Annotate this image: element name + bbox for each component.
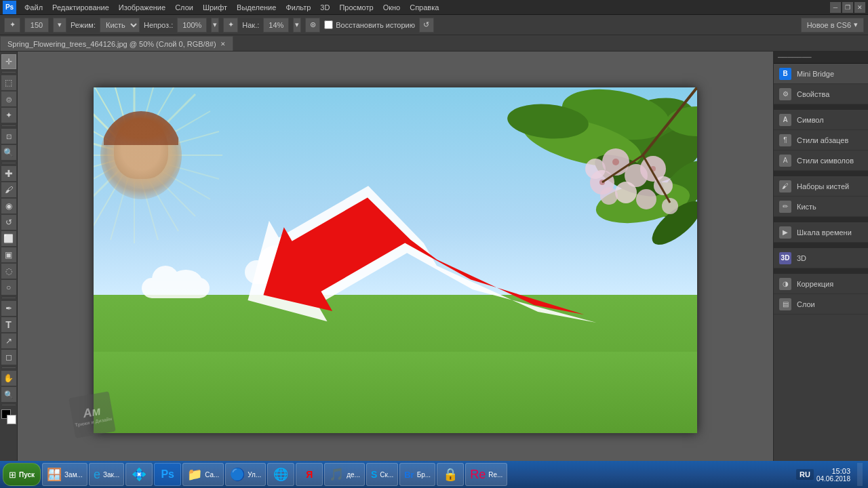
tablet-pressure-btn[interactable]: ⊛: [305, 18, 320, 33]
panel-item-brush-presets[interactable]: 🖌 Наборы кистей: [774, 176, 868, 197]
panel-item-character[interactable]: A Символ: [774, 110, 868, 130]
taskbar-bridge[interactable]: Br Бр...: [399, 463, 435, 486]
close-button[interactable]: ✕: [854, 2, 865, 13]
keyboard-layout[interactable]: RU: [796, 469, 814, 480]
tool-zoom[interactable]: 🔍: [1, 387, 16, 402]
taskbar-ie[interactable]: e Зак...: [89, 463, 124, 486]
taskbar-item-11[interactable]: 🔒: [437, 463, 464, 486]
taskbar-yandex[interactable]: Я: [296, 463, 323, 486]
tool-shape[interactable]: ◻: [1, 350, 16, 365]
airbrush-btn[interactable]: ✦: [223, 18, 238, 33]
tool-gradient[interactable]: ▣: [1, 247, 16, 262]
panel-item-para-styles[interactable]: ¶ Стили абзацев: [774, 130, 868, 150]
hair-top: [104, 111, 178, 145]
taskbar-item-3[interactable]: 💠: [125, 463, 153, 486]
brush-size-input[interactable]: [24, 18, 49, 33]
brush-size-btn[interactable]: ▾: [53, 18, 66, 33]
flow-input[interactable]: [263, 18, 289, 33]
panel-item-timeline[interactable]: ▶ Шкала времени: [774, 222, 868, 243]
tool-path-select[interactable]: ↗: [1, 333, 16, 348]
tool-lasso[interactable]: ⌾: [1, 92, 16, 106]
taskbar-media[interactable]: 🎵 де...: [324, 463, 365, 486]
panel-item-3d[interactable]: 3D 3D: [774, 248, 868, 268]
taskbar-skype[interactable]: S Ск...: [366, 463, 398, 486]
svg-point-43: [662, 198, 678, 214]
opacity-label: Непроз.:: [144, 21, 173, 29]
flow-btn[interactable]: ▾: [293, 18, 301, 33]
left-toolbar: ✛ ⬚ ⌾ ✦ ⊡ 🔍 ✚ 🖌 ◉ ↺ ⬜ ▣ ◌ ○ ✒ T ↗ ◻ ✋ 🔍: [0, 52, 18, 469]
brush-label: Кисть: [797, 203, 816, 211]
tool-options-icon[interactable]: ✦: [4, 18, 20, 33]
taskbar-item-5[interactable]: 🔵 Ул...: [225, 463, 266, 486]
menu-3d[interactable]: 3D: [316, 2, 334, 13]
menu-window[interactable]: Окно: [379, 2, 405, 13]
menu-view[interactable]: Просмотр: [335, 2, 377, 13]
tool-pen[interactable]: ✒: [1, 301, 16, 316]
taskbar-explorer[interactable]: 📁 Ca...: [182, 463, 224, 486]
panel-item-properties[interactable]: ⚙ Свойства: [774, 84, 868, 104]
taskbar-reader[interactable]: Re Re...: [465, 463, 507, 486]
taskbar-ps[interactable]: Ps: [154, 463, 181, 486]
fg-bg-colors[interactable]: [1, 409, 16, 424]
tool-move[interactable]: ✛: [1, 54, 16, 69]
svg-point-42: [636, 189, 656, 209]
char-styles-icon: A: [779, 155, 791, 167]
tool-eyedropper[interactable]: 🔍: [1, 145, 16, 160]
canvas-area: Ам Трюки и Дизайн: [18, 52, 773, 469]
tool-eraser[interactable]: ⬜: [1, 231, 16, 246]
cloud-body-1: [142, 278, 210, 298]
history-brush-btn[interactable]: ↺: [419, 18, 434, 33]
menu-type[interactable]: Шрифт: [199, 2, 231, 13]
tool-blur[interactable]: ◌: [1, 264, 16, 279]
mode-select[interactable]: Кисть: [100, 18, 140, 33]
panel-item-char-styles[interactable]: A Стили символов: [774, 150, 868, 171]
adjustments-icon: ◑: [779, 278, 791, 290]
menu-filter[interactable]: Фильтр: [281, 2, 315, 13]
new-cs6-box[interactable]: Новое в CS6 ▾: [801, 18, 864, 33]
restore-history-checkbox[interactable]: [324, 20, 333, 29]
layers-label: Слои: [797, 300, 815, 308]
menu-file[interactable]: Файл: [20, 2, 47, 13]
background-color[interactable]: [7, 415, 16, 424]
tool-history-brush[interactable]: ↺: [1, 215, 16, 230]
menu-layers[interactable]: Слои: [171, 2, 197, 13]
options-bar: ✦ ▾ Режим: Кисть Непроз.: ▾ ✦ Нак.: ▾ ⊛ …: [0, 15, 868, 35]
show-desktop-btn[interactable]: [857, 463, 863, 486]
opacity-input[interactable]: [177, 18, 207, 33]
3d-icon: 3D: [779, 252, 791, 264]
panel-sep-5: [774, 268, 868, 274]
taskbar-file-manager[interactable]: 🪟 Зам...: [42, 463, 87, 486]
minimize-button[interactable]: ─: [830, 2, 841, 13]
panel-item-brush[interactable]: ✏ Кисть: [774, 197, 868, 217]
canvas-container: [94, 87, 697, 433]
panel-item-mini-bridge[interactable]: B Mini Bridge: [774, 64, 868, 84]
menu-select[interactable]: Выделение: [233, 2, 280, 13]
tool-magic-wand[interactable]: ✦: [1, 108, 16, 123]
adjustments-label: Коррекция: [797, 280, 833, 288]
watermark-box: Ам Трюки и Дизайн: [68, 391, 116, 439]
panel-item-layers[interactable]: ▤ Слои: [774, 294, 868, 314]
menu-image[interactable]: Изображение: [115, 2, 170, 13]
start-button[interactable]: ⊞ Пуск: [3, 463, 41, 486]
tool-dodge[interactable]: ○: [1, 280, 16, 295]
menu-help[interactable]: Справка: [406, 2, 443, 13]
document-tab[interactable]: Spring_Flowering_trees_464126.jpg @ 50% …: [0, 36, 233, 51]
restore-history-label: Восстановить историю: [324, 20, 415, 29]
close-document-icon[interactable]: ✕: [220, 41, 226, 47]
svg-point-45: [612, 159, 619, 165]
opacity-btn[interactable]: ▾: [211, 18, 219, 33]
tool-hand[interactable]: ✋: [1, 371, 16, 386]
para-styles-label: Стили абзацев: [797, 136, 848, 144]
tool-clone[interactable]: ◉: [1, 199, 16, 214]
tool-selection-rect[interactable]: ⬚: [1, 75, 16, 90]
clock-date: 04.06.2018: [816, 475, 850, 483]
taskbar-chrome[interactable]: 🌐: [267, 463, 294, 486]
panel-item-adjustments[interactable]: ◑ Коррекция: [774, 274, 868, 294]
restore-button[interactable]: ❐: [842, 2, 853, 13]
tool-text[interactable]: T: [1, 317, 16, 332]
right-panel: ─────── B Mini Bridge ⚙ Свойства A Симво…: [773, 52, 868, 469]
menu-edit[interactable]: Редактирование: [48, 2, 113, 13]
tool-crop[interactable]: ⊡: [1, 129, 16, 144]
tool-healing[interactable]: ✚: [1, 166, 16, 181]
tool-brush[interactable]: 🖌: [1, 182, 16, 197]
